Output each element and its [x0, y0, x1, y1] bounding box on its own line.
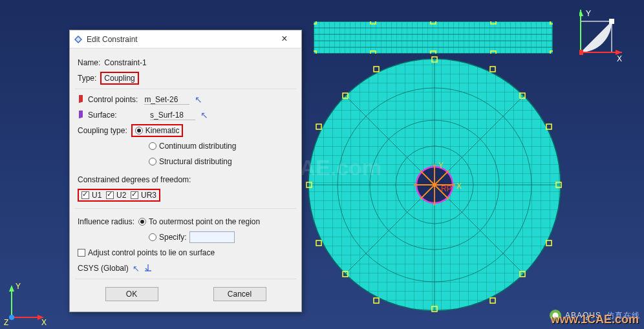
radio-structural-label: Structural distributing — [159, 157, 232, 166]
svg-rect-62 — [79, 95, 83, 103]
specify-input[interactable] — [189, 231, 235, 243]
viewport[interactable]: Y X RP — [0, 0, 644, 329]
close-button[interactable]: × — [272, 32, 297, 47]
ctrl-value: m_Set-26 — [144, 95, 189, 105]
radio-specify-label: Specify: — [159, 233, 187, 242]
svg-text:X: X — [41, 318, 47, 325]
svg-rect-38 — [491, 21, 496, 24]
svg-marker-51 — [9, 285, 14, 292]
radio-kinematic-label: Kinematic — [145, 126, 180, 135]
svg-rect-39 — [370, 51, 376, 54]
surf-value: s_Surf-18 — [150, 111, 195, 120]
svg-rect-27 — [374, 298, 379, 303]
check-adjust[interactable] — [78, 249, 85, 257]
svg-point-54 — [9, 315, 14, 320]
svg-rect-63 — [79, 111, 83, 118]
name-value: Constraint-1 — [104, 58, 146, 67]
check-u2-label: U2 — [116, 191, 126, 200]
svg-rect-37 — [370, 21, 376, 24]
pick-csys-icon[interactable]: ↖ — [133, 264, 140, 273]
app-icon — [74, 35, 83, 44]
view-compass[interactable]: Y X — [579, 10, 625, 67]
axis-triad: Y X Z — [4, 280, 49, 325]
radio-outermost[interactable] — [138, 218, 146, 226]
ctrl-label: Control points: — [88, 95, 138, 104]
svg-text:Y: Y — [586, 10, 591, 18]
svg-rect-28 — [316, 240, 321, 246]
type-value: Coupling — [100, 72, 138, 85]
watermark-right: www.1CAE.com — [551, 313, 639, 326]
ok-button[interactable]: OK — [105, 287, 158, 301]
surface-icon — [78, 111, 84, 120]
radio-kinematic[interactable] — [135, 127, 143, 134]
pick-surf-icon[interactable]: ↖ — [200, 110, 208, 120]
pick-ctrl-icon[interactable]: ↖ — [195, 94, 202, 105]
svg-text:X: X — [617, 54, 622, 63]
csys-label: CSYS (Global) — [78, 264, 129, 273]
edit-constraint-dialog: Edit Constraint × Name: Constraint-1 Typ… — [69, 30, 302, 312]
svg-rect-35 — [431, 21, 436, 24]
radio-continuum-label: Continuum distributing — [159, 142, 236, 151]
dof-label: Constrained degrees of freedom: — [78, 175, 191, 184]
coup-label: Coupling type: — [78, 126, 127, 135]
svg-rect-30 — [374, 67, 379, 72]
check-ur3[interactable] — [131, 191, 138, 199]
titlebar[interactable]: Edit Constraint × — [70, 30, 301, 48]
check-u1-label: U1 — [92, 191, 102, 200]
radio-outermost-label: To outermost point on the region — [149, 217, 260, 226]
svg-text:Y: Y — [16, 282, 21, 291]
check-u2[interactable] — [106, 191, 114, 199]
name-label: Name: — [78, 58, 100, 67]
check-u1[interactable] — [81, 191, 89, 199]
svg-text:Z: Z — [4, 318, 8, 325]
dialog-title: Edit Constraint — [87, 35, 272, 44]
svg-rect-23 — [490, 67, 495, 72]
svg-rect-33 — [314, 51, 316, 54]
svg-text:Y: Y — [438, 161, 444, 170]
svg-rect-29 — [316, 124, 321, 129]
inf-label: Influence radius: — [78, 217, 134, 226]
rp-label: RP — [441, 184, 452, 193]
svg-rect-46 — [579, 50, 583, 55]
svg-rect-26 — [490, 298, 495, 303]
svg-rect-34 — [550, 51, 553, 54]
surf-label: Surface: — [88, 111, 144, 120]
check-adjust-label: Adjust control points to lie on surface — [88, 248, 215, 257]
check-ur3-label: UR3 — [141, 191, 156, 200]
svg-rect-36 — [431, 51, 436, 54]
disc-mesh: Y X RP — [305, 56, 564, 314]
cancel-button[interactable]: Cancel — [213, 287, 266, 301]
type-label: Type: — [78, 74, 96, 83]
svg-rect-40 — [491, 51, 496, 54]
radio-continuum[interactable] — [149, 142, 156, 150]
radio-specify[interactable] — [149, 233, 156, 241]
beam-select — [314, 21, 553, 54]
points-icon — [78, 95, 84, 104]
svg-rect-47 — [609, 19, 614, 24]
svg-text:X: X — [456, 182, 462, 191]
svg-point-12 — [433, 184, 436, 187]
svg-rect-31 — [314, 21, 316, 24]
create-csys-icon[interactable] — [144, 263, 153, 274]
svg-rect-32 — [550, 21, 553, 24]
radio-structural[interactable] — [149, 158, 156, 165]
